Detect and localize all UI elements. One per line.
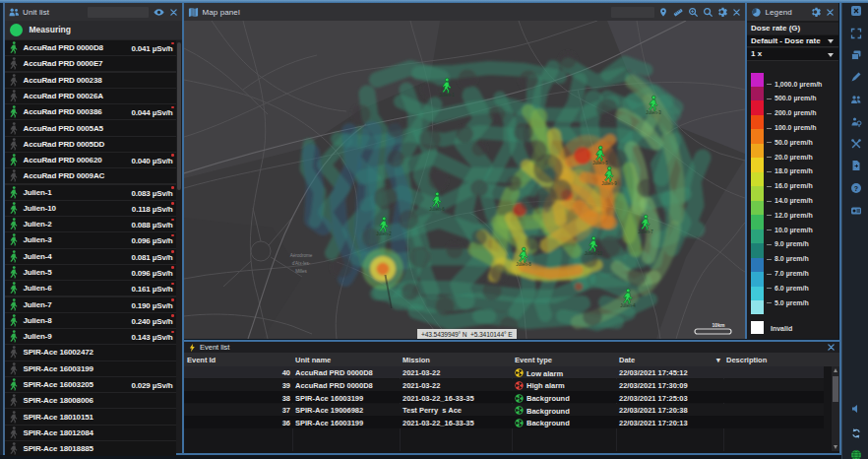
svg-text:Milles: Milles bbox=[295, 269, 307, 274]
svg-text:Julien-5: Julien-5 bbox=[592, 161, 608, 165]
svg-text:Julien-1: Julien-1 bbox=[439, 93, 455, 98]
svg-text:d'Aix-les-: d'Aix-les- bbox=[292, 261, 311, 266]
svg-text:Aérodrome: Aérodrome bbox=[290, 253, 313, 258]
svg-text:Julien-3: Julien-3 bbox=[646, 110, 661, 115]
svg-text:10km: 10km bbox=[713, 322, 725, 328]
svg-text:Julien-4: Julien-4 bbox=[620, 303, 636, 308]
svg-text:Julien-8: Julien-8 bbox=[516, 262, 531, 267]
svg-text:Julien-10: Julien-10 bbox=[585, 251, 602, 256]
svg-text:Julien-2: Julien-2 bbox=[376, 231, 392, 236]
svg-text:Julien-7: Julien-7 bbox=[638, 230, 653, 234]
svg-text:?: ? bbox=[854, 185, 858, 192]
svg-text:Julien-9: Julien-9 bbox=[601, 181, 617, 186]
svg-text:Julien-6: Julien-6 bbox=[429, 207, 445, 212]
